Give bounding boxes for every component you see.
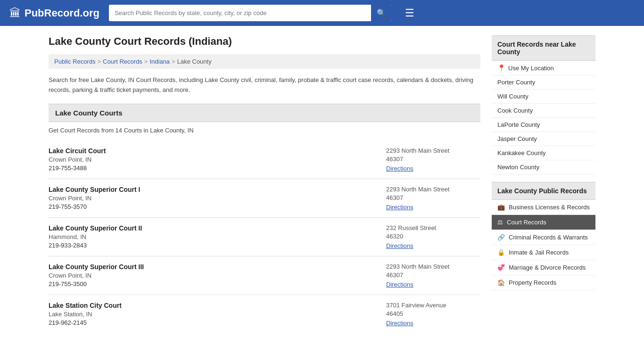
court-right: 2293 North Main Street 46307 Directions xyxy=(386,147,480,172)
sidebar-public-records-list: 💼 Business Licenses & Records ⚖ Court Re… xyxy=(492,200,595,290)
pin-icon: 📍 xyxy=(497,64,505,72)
logo-text: PubRecord.org xyxy=(25,7,99,19)
court-city: Hammond, IN xyxy=(49,233,386,240)
logo-link[interactable]: 🏛 PubRecord.org xyxy=(9,7,99,20)
court-entry: Lake County Superior Court II Hammond, I… xyxy=(49,218,480,256)
court-zip: 46405 xyxy=(386,310,480,317)
porter-county-link[interactable]: Porter County xyxy=(497,79,590,86)
logo-icon: 🏛 xyxy=(9,7,21,20)
sidebar-item-laporte-county[interactable]: LaPorte County xyxy=(492,118,595,132)
courts-count: Get Court Records from 14 Courts in Lake… xyxy=(49,127,480,134)
search-button[interactable]: 🔍 xyxy=(371,5,392,21)
court-name: Lake Circuit Court xyxy=(49,147,386,155)
court-name: Lake County Superior Court I xyxy=(49,186,386,193)
main-container: Lake County Court Records (Indiana) Publ… xyxy=(39,26,605,343)
breadcrumb-sep-3: > xyxy=(172,58,175,65)
court-right: 2293 North Main Street 46307 Directions xyxy=(386,186,480,211)
directions-link[interactable]: Directions xyxy=(386,281,413,288)
criminal-records-link[interactable]: Criminal Records & Warrants xyxy=(509,234,588,241)
inmate-jail-link[interactable]: Inmate & Jail Records xyxy=(509,249,569,256)
court-phone: 219-755-3570 xyxy=(49,203,386,210)
sidebar-item-inmate-jail[interactable]: 🔒 Inmate & Jail Records xyxy=(492,245,595,260)
breadcrumb-sep-2: > xyxy=(144,58,148,65)
laporte-county-link[interactable]: LaPorte County xyxy=(497,121,590,128)
court-address: 2293 North Main Street xyxy=(386,147,480,154)
court-zip: 46307 xyxy=(386,194,480,201)
sidebar-nearby-list: 📍 Use My Location Porter County Will Cou… xyxy=(492,61,595,174)
marriage-divorce-link[interactable]: Marriage & Divorce Records xyxy=(509,264,586,271)
business-licenses-link[interactable]: Business Licenses & Records xyxy=(509,204,590,211)
court-address: 232 Russell Street xyxy=(386,224,480,231)
sidebar-item-will-county[interactable]: Will County xyxy=(492,90,595,104)
court-zip: 46307 xyxy=(386,156,480,163)
sidebar: Court Records near Lake County 📍 Use My … xyxy=(492,35,595,333)
court-name: Lake Station City Court xyxy=(49,302,386,309)
court-right: 2293 North Main Street 46307 Directions xyxy=(386,263,480,288)
use-location-link[interactable]: Use My Location xyxy=(508,65,554,72)
site-header: 🏛 PubRecord.org 🔍 ☰ xyxy=(0,0,644,26)
hamburger-menu[interactable]: ☰ xyxy=(405,7,414,19)
breadcrumb-court-records[interactable]: Court Records xyxy=(103,58,142,65)
directions-link[interactable]: Directions xyxy=(386,320,413,327)
court-left: Lake County Superior Court III Crown Poi… xyxy=(49,263,386,288)
sidebar-use-location[interactable]: 📍 Use My Location xyxy=(492,61,595,75)
court-left: Lake County Superior Court II Hammond, I… xyxy=(49,224,386,249)
court-name: Lake County Superior Court III xyxy=(49,263,386,271)
court-phone: 219-933-2843 xyxy=(49,242,386,249)
breadcrumb-public-records[interactable]: Public Records xyxy=(54,58,95,65)
page-description: Search for free Lake County, IN Court Re… xyxy=(49,75,480,95)
court-entry: Lake Station City Court Lake Station, IN… xyxy=(49,295,480,333)
directions-link[interactable]: Directions xyxy=(386,165,413,172)
sidebar-item-business-licenses[interactable]: 💼 Business Licenses & Records xyxy=(492,200,595,215)
breadcrumb: Public Records > Court Records > Indiana… xyxy=(49,54,480,69)
court-zip: 46307 xyxy=(386,272,480,279)
will-county-link[interactable]: Will County xyxy=(497,93,590,100)
sidebar-item-marriage-divorce[interactable]: 💞 Marriage & Divorce Records xyxy=(492,260,595,275)
cook-county-link[interactable]: Cook County xyxy=(497,107,590,114)
search-bar: 🔍 xyxy=(109,5,392,21)
courts-section-header: Lake County Courts xyxy=(49,104,480,122)
court-phone: 219-962-2145 xyxy=(49,319,386,326)
court-entry: Lake County Superior Court I Crown Point… xyxy=(49,179,480,218)
sidebar-item-cook-county[interactable]: Cook County xyxy=(492,104,595,118)
court-left: Lake Station City Court Lake Station, IN… xyxy=(49,302,386,326)
court-address: 2293 North Main Street xyxy=(386,263,480,270)
court-right: 3701 Fairview Avenue 46405 Directions xyxy=(386,302,480,327)
briefcase-icon: 💼 xyxy=(497,204,505,211)
court-city: Crown Point, IN xyxy=(49,195,386,202)
court-entry: Lake Circuit Court Crown Point, IN 219-7… xyxy=(49,140,480,179)
court-city: Lake Station, IN xyxy=(49,311,386,318)
sidebar-item-jasper-county[interactable]: Jasper County xyxy=(492,132,595,146)
sidebar-item-kankakee-county[interactable]: Kankakee County xyxy=(492,146,595,160)
kankakee-county-link[interactable]: Kankakee County xyxy=(497,149,590,156)
courts-list: Lake Circuit Court Crown Point, IN 219-7… xyxy=(49,140,480,333)
jasper-county-link[interactable]: Jasper County xyxy=(497,135,590,142)
breadcrumb-lake-county: Lake County xyxy=(177,58,212,65)
sidebar-item-property-records[interactable]: 🏠 Property Records xyxy=(492,275,595,290)
court-address: 3701 Fairview Avenue xyxy=(386,302,480,309)
rings-icon: 💞 xyxy=(497,264,505,271)
breadcrumb-sep-1: > xyxy=(97,58,101,65)
sidebar-item-criminal-records[interactable]: 🔗 Criminal Records & Warrants xyxy=(492,230,595,245)
sidebar-nearby-header: Court Records near Lake County xyxy=(492,35,595,61)
property-records-link[interactable]: Property Records xyxy=(509,279,556,286)
sidebar-public-records-header: Lake County Public Records xyxy=(492,182,595,200)
content-area: Lake County Court Records (Indiana) Publ… xyxy=(49,35,480,333)
scales-icon: ⚖ xyxy=(497,219,503,226)
home-icon: 🏠 xyxy=(497,279,505,286)
directions-link[interactable]: Directions xyxy=(386,204,413,211)
newton-county-link[interactable]: Newton County xyxy=(497,164,590,171)
court-city: Crown Point, IN xyxy=(49,272,386,279)
sidebar-item-porter-county[interactable]: Porter County xyxy=(492,75,595,90)
court-name: Lake County Superior Court II xyxy=(49,224,386,232)
search-input[interactable] xyxy=(109,6,371,20)
court-records-link[interactable]: Court Records xyxy=(507,219,546,226)
breadcrumb-indiana[interactable]: Indiana xyxy=(149,58,170,65)
lock-icon: 🔒 xyxy=(497,249,505,256)
court-left: Lake Circuit Court Crown Point, IN 219-7… xyxy=(49,147,386,172)
sidebar-item-court-records[interactable]: ⚖ Court Records xyxy=(492,215,595,230)
sidebar-item-newton-county[interactable]: Newton County xyxy=(492,160,595,174)
directions-link[interactable]: Directions xyxy=(386,242,413,249)
court-zip: 46320 xyxy=(386,233,480,240)
court-phone: 219-755-3500 xyxy=(49,280,386,288)
